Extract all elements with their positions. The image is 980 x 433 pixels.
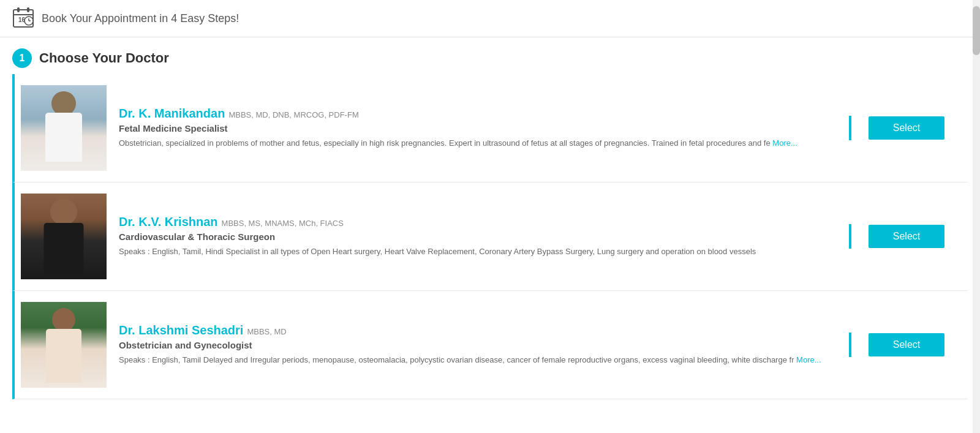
select-button-seshadri[interactable]: Select [869,333,944,356]
step-header: 1 Choose Your Doctor [0,37,980,74]
select-btn-wrapper-manikandan: Select [864,116,962,140]
doctors-list: Dr. K. Manikandan MBBS, MD, DNB, MRCOG, … [0,74,980,399]
doctor-name-krishnan: Dr. K.V. Krishnan [119,215,218,229]
doctor-name-seshadri: Dr. Lakshmi Seshadri [119,323,243,337]
header-title: Book Your Appointment in 4 Easy Steps! [42,12,239,25]
doctor-photo-manikandan [21,85,107,171]
accent-bar-seshadri [849,333,851,357]
select-button-krishnan[interactable]: Select [869,225,944,248]
accent-bar-krishnan [849,224,851,249]
doctor-photo-krishnan [21,194,107,279]
doctor-specialty-manikandan: Fetal Medicine Specialist [119,123,837,134]
doctor-info-seshadri: Dr. Lakshmi Seshadri MBBS, MD Obstetrici… [119,323,849,366]
doctor-photo-seshadri [21,302,107,388]
svg-rect-1 [17,7,20,12]
header-bar: 16 Book Your Appointment in 4 Easy Steps… [0,0,980,37]
doctor-info-manikandan: Dr. K. Manikandan MBBS, MD, DNB, MRCOG, … [119,107,849,149]
scrollbar-thumb[interactable] [973,6,980,55]
doctor-credentials-krishnan: MBBS, MS, MNAMS, MCh, FIACS [222,219,344,228]
doctor-card-manikandan: Dr. K. Manikandan MBBS, MD, DNB, MRCOG, … [12,74,968,183]
step-title: Choose Your Doctor [39,50,169,66]
doctor-card-seshadri: Dr. Lakshmi Seshadri MBBS, MD Obstetrici… [12,291,968,399]
more-link-manikandan[interactable]: More... [772,138,797,148]
doctor-specialty-seshadri: Obstetrician and Gynecologist [119,340,837,350]
doctor-info-krishnan: Dr. K.V. Krishnan MBBS, MS, MNAMS, MCh, … [119,215,849,258]
select-btn-wrapper-krishnan: Select [864,225,962,248]
doctor-credentials-seshadri: MBBS, MD [247,327,286,336]
scrollbar-track[interactable] [973,0,980,433]
doctor-description-krishnan: Speaks : English, Tamil, Hindi Specialis… [119,246,837,258]
doctor-specialty-krishnan: Cardiovascular & Thoracic Surgeon [119,232,837,242]
svg-rect-2 [27,7,29,12]
accent-bar-manikandan [849,116,851,140]
step-badge: 1 [12,48,32,68]
doctor-card-krishnan: Dr. K.V. Krishnan MBBS, MS, MNAMS, MCh, … [12,183,968,291]
doctor-name-manikandan: Dr. K. Manikandan [119,107,225,121]
calendar-clock-icon: 16 [12,6,34,31]
doctor-description-manikandan: Obstetrician, specialized in problems of… [119,137,837,149]
more-link-seshadri[interactable]: More... [796,355,821,364]
select-button-manikandan[interactable]: Select [869,116,944,140]
doctor-credentials-manikandan: MBBS, MD, DNB, MRCOG, PDF-FM [228,110,358,119]
select-btn-wrapper-seshadri: Select [864,333,962,356]
doctor-description-seshadri: Speaks : English, Tamil Delayed and Irre… [119,354,837,366]
